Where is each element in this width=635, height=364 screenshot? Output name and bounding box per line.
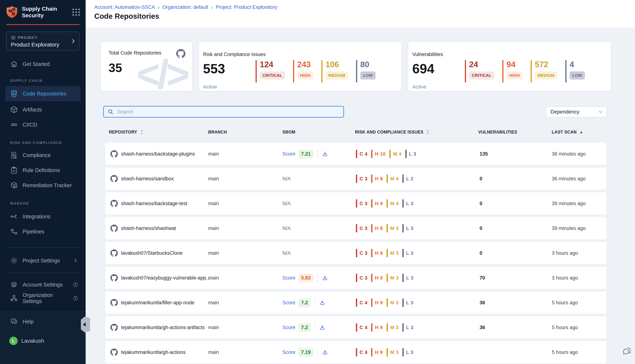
sbom-score-link[interactable]: Score xyxy=(282,151,295,157)
severity-bar xyxy=(356,174,357,183)
download-sbom-icon[interactable] xyxy=(322,349,328,355)
sidebar-item-organization-settings[interactable]: Organization Settings xyxy=(0,292,86,305)
severity-bar xyxy=(402,199,404,208)
severity-chip-medium: M 3 xyxy=(387,348,399,356)
github-icon xyxy=(111,224,118,232)
severity-count: H 8 xyxy=(375,226,383,231)
column-header-vulnerabilities[interactable]: VULNERABILITIES xyxy=(478,130,517,134)
help-chat-button[interactable] xyxy=(622,346,632,356)
table-row[interactable]: shash-harness/sandboxmainN/AC 3H 8M 4L 2… xyxy=(105,168,606,190)
severity-count: L 3 xyxy=(406,300,413,306)
sidebar-collapse-handle[interactable] xyxy=(81,316,90,332)
sbom-score-link[interactable]: Score xyxy=(282,275,295,281)
sidebar-item-cicd[interactable]: CI/CD xyxy=(0,118,86,132)
dropdown-selected-value: Dependency xyxy=(550,109,579,115)
download-sbom-icon[interactable] xyxy=(322,275,328,281)
sbom-cell: N/A xyxy=(282,168,291,190)
severity-count: C 3 xyxy=(360,250,367,256)
severity-chip-high: H 8 xyxy=(371,224,383,232)
column-header-risk-compliance-issues[interactable]: RISK AND COMPLIANCE ISSUES xyxy=(355,130,429,134)
severity-chip-critical: C 4 xyxy=(356,298,367,307)
sidebar-item-get-started[interactable]: Get Started xyxy=(0,59,86,70)
sidebar-item-integrations[interactable]: Integrations xyxy=(0,210,86,223)
chevron-right-icon xyxy=(70,38,76,44)
download-sbom-icon[interactable] xyxy=(322,151,328,157)
sidebar-item-code-repositories[interactable]: Code Repositories xyxy=(5,86,81,102)
sidebar-item-project-settings[interactable]: Project Settings xyxy=(0,254,86,268)
column-header-last-scan[interactable]: LAST SCAN xyxy=(552,130,583,134)
severity-bar xyxy=(356,323,357,332)
severity-count: C 4 xyxy=(360,350,367,355)
sbom-score-badge: 7.21 xyxy=(298,150,314,158)
severity-chip-medium: M 3 xyxy=(387,323,399,332)
user-name: Lavakush xyxy=(21,338,44,344)
repo-cell: shash-harness/shashwat xyxy=(111,217,176,240)
download-sbom-icon[interactable] xyxy=(319,300,325,306)
user-menu[interactable]: L Lavakush xyxy=(0,336,86,346)
project-selector[interactable]: PROJECT Product Exploratory xyxy=(6,32,80,51)
sbom-score-link[interactable]: Score xyxy=(282,350,295,355)
severity-bar xyxy=(371,174,372,183)
severity-badge: MEDIUM xyxy=(535,72,557,80)
column-header-branch[interactable]: BRANCH xyxy=(208,130,227,134)
branch-name: main xyxy=(208,292,219,314)
sidebar-item-remediation-tracker[interactable]: Remediation Tracker xyxy=(0,178,86,192)
sbom-score-link[interactable]: Score xyxy=(282,325,295,330)
severity-bar xyxy=(387,224,388,232)
download-sbom-icon[interactable] xyxy=(319,324,325,330)
info-icon xyxy=(73,296,78,301)
sidebar-item-rule-definitions[interactable]: Rule Definitions xyxy=(0,164,86,177)
sbom-score-link[interactable]: Score xyxy=(282,300,295,306)
table-row[interactable]: shash-harness/shashwatmainN/AC 3H 8M 3L … xyxy=(105,217,606,240)
sidebar-item-help[interactable]: ? Help xyxy=(0,317,86,326)
table-row[interactable]: tejakummarikuntla/gh-actions-artifactsma… xyxy=(105,316,606,339)
severity-count: C 3 xyxy=(360,275,367,281)
issues-cell: C 4H 9M 3L 3 xyxy=(356,292,417,314)
divider xyxy=(318,348,318,357)
search-input[interactable] xyxy=(117,109,343,115)
repo-cell: shash-harness/backstage-test xyxy=(111,192,187,215)
breadcrumb-organization-link[interactable]: Organization: default xyxy=(162,4,208,10)
project-cube-icon xyxy=(11,35,16,40)
severity-chip-high: H 9 xyxy=(371,298,383,307)
column-header-sbom[interactable]: SBOM xyxy=(282,130,295,134)
sidebar-item-pipelines[interactable]: Pipelines xyxy=(0,225,86,238)
breadcrumb-account-link[interactable]: Account: Automation-SSCA xyxy=(94,4,155,10)
table-row[interactable]: lavakush07/easybuggy-vulnerable-app...ma… xyxy=(105,267,606,289)
severity-bar xyxy=(356,348,357,356)
severity-critical: 24 CRITICAL xyxy=(465,60,494,82)
svg-text:?: ? xyxy=(13,319,14,322)
severity-chip-high: H 10 xyxy=(371,150,386,158)
sidebar-item-label: CI/CD xyxy=(23,122,37,128)
sidebar-divider xyxy=(6,272,80,273)
breadcrumb-project-link[interactable]: Project: Product Exploratory xyxy=(216,4,277,10)
table-row[interactable]: lavakush07/StarbucksClonemainN/AC 3H 8M … xyxy=(105,242,606,264)
divider xyxy=(318,273,318,282)
gear-icon xyxy=(10,257,18,264)
dependency-filter-dropdown[interactable]: Dependency xyxy=(546,106,607,117)
severity-bar xyxy=(371,249,372,257)
table-row[interactable]: shash-harness/backstage-pluginsmainScore… xyxy=(105,143,606,165)
table-row[interactable]: shash-harness/backstage-testmainN/AC 3H … xyxy=(105,192,606,215)
info-icon xyxy=(73,282,78,288)
app-switcher-grid-icon[interactable] xyxy=(72,9,80,16)
table-row[interactable]: tejakummarikuntla/filler-app-nodemainSco… xyxy=(105,292,606,314)
sidebar-item-account-settings[interactable]: Account Settings xyxy=(0,278,86,292)
severity-bar xyxy=(387,199,388,208)
severity-bar xyxy=(402,174,404,183)
github-icon xyxy=(111,274,118,282)
total-repositories-card: Total Code Repositories 35 </> xyxy=(101,42,192,91)
severity-chip-low: L 2 xyxy=(402,174,413,183)
severity-bar xyxy=(387,298,388,307)
severity-chip-critical: C 4 xyxy=(356,348,367,356)
table-row[interactable]: tejakummarikuntla/gh-actionsmainScore7.1… xyxy=(105,341,606,364)
sidebar-item-compliance[interactable]: Compliance xyxy=(0,148,86,162)
chat-bubbles-icon xyxy=(622,346,632,356)
severity-chip-medium: M 3 xyxy=(387,298,399,307)
sidebar-item-label: Integrations xyxy=(23,214,51,220)
last-scan: 36 minutes ago xyxy=(552,168,586,190)
sidebar-item-artifacts[interactable]: Artifacts xyxy=(0,103,86,116)
sidebar-item-label: Pipelines xyxy=(23,229,44,235)
column-header-repository[interactable]: REPOSITORY xyxy=(109,130,143,134)
severity-chip-critical: C 3 xyxy=(356,199,367,208)
